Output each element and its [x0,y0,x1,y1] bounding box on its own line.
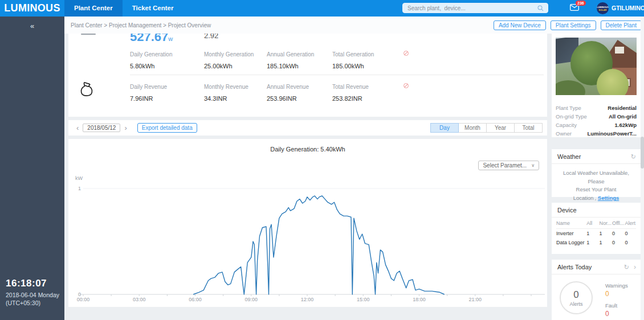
delete-plant-button[interactable]: Delete Plant [601,20,642,30]
range-tab-year[interactable]: Year [486,123,515,133]
generation-disabled-icon[interactable] [403,51,409,56]
money-bag-icon [79,81,95,99]
table-row-inverter[interactable]: Inverter 1 1 0 0 [556,229,636,239]
export-data-button[interactable]: Export detailed data [137,123,197,133]
total-revenue-stat: Total Revenue 253.82INR [332,84,401,102]
warnings-value: 0 [605,290,628,298]
svg-text:09:00: 09:00 [244,297,258,302]
generation-chart-card: Daily Generation: 5.40kWh Select Paramet… [68,139,547,307]
weather-message: Local Weather Unavailable, Please Reset … [552,164,641,208]
annual-generation-stat: Annual Generation 185.10kWh [267,51,335,69]
daily-revenue-stat: Daily Revenue 7.96INR [130,84,198,102]
current-power-unit: w [168,35,173,42]
range-tab-month[interactable]: Month [458,123,487,133]
chevron-right-icon[interactable]: › [634,263,636,271]
username-label: GTILUMINOUS [612,5,644,11]
revenue-disabled-icon[interactable] [403,83,409,88]
warnings-label: Warnings [605,282,628,289]
breadcrumb: Plant Center > Project Management > Proj… [71,22,211,28]
weather-card: Weather ↻ Local Weather Unavailable, Ple… [552,149,641,197]
alerts-today-card: Alerts Today ↻ › 0 Alerts Warnings 0 Fau… [552,260,641,320]
weather-settings-link[interactable]: Settings [598,195,619,201]
add-new-device-button[interactable]: Add New Device [494,20,546,30]
plant-info-card: Plant Type Residential On-grid Type All … [552,34,641,137]
svg-text:18:00: 18:00 [413,297,426,302]
svg-text:03:00: 03:00 [133,297,146,302]
alerts-count-label: Alerts [561,301,592,307]
annual-revenue-stat: Annual Revenue 253.96INR [267,84,335,102]
monthly-generation-stat: Monthly Generation 25.00kWh [204,51,272,69]
top-navigation-bar: LUMINOUS Plant Center Ticket Center 236 … [0,0,644,17]
select-parameter-dropdown[interactable]: Select Paramet... ∨ [478,161,539,170]
luminous-logo: LUMINOUS [0,2,64,14]
chart-toolbar: ‹ 2018/05/12 › Export detailed data Day … [68,120,547,136]
search-box [402,3,548,13]
breadcrumb-bar: Plant Center > Project Management > Proj… [64,17,644,34]
plant-stats-card: 527.67w 2.92 Daily Generation 5.80kWh Mo… [68,34,547,117]
svg-text:1: 1 [78,186,81,191]
svg-text:0: 0 [78,292,81,297]
notification-badge: 236 [576,1,586,6]
daily-generation-stat: Daily Generation 5.80kWh [130,51,198,69]
avatar[interactable]: LUMINOUS SOLAR [597,2,609,14]
device-table: Name All Nor... Offl... Alert Inverter 1… [556,218,636,247]
clock-date: 2018-06-04 Monday [6,292,59,298]
secondary-stat-value: 2.92 [204,34,218,40]
total-generation-stat: Total Generation 185.00kWh [332,51,401,69]
alerts-count: 0 [561,289,592,301]
current-power-value: 527.67w [130,34,173,44]
chevron-down-icon: ∨ [531,163,535,168]
device-card: Device Name All Nor... Offl... Alert Inv… [552,203,641,254]
search-input[interactable] [403,5,537,11]
table-row-data-logger[interactable]: Data Logger 1 1 0 0 [556,238,636,247]
fault-label: Fault [605,302,628,309]
page-scrollbar[interactable] [641,17,644,320]
left-sidebar: « 16:18:07 2018-06-04 Monday (UTC+05:30) [0,17,64,320]
capacity-row: Capacity 1.62kWp [556,121,637,129]
messages-button[interactable]: 236 [570,4,580,12]
sidebar-clock: 16:18:07 2018-06-04 Monday (UTC+05:30) [6,278,59,306]
svg-text:15:00: 15:00 [357,297,370,302]
search-icon[interactable] [537,5,544,11]
plant-settings-button[interactable]: Plant Settings [551,20,596,30]
svg-text:00:00: 00:00 [77,297,90,302]
alerts-header: Alerts Today ↻ › [552,260,641,274]
plant-photo [556,38,637,95]
clock-time: 16:18:07 [6,278,59,289]
fault-value: 0 [605,310,628,318]
range-tab-day[interactable]: Day [430,123,459,133]
range-tab-total[interactable]: Total [514,123,543,133]
clipped-icon-fragment [81,34,96,35]
svg-text:06:00: 06:00 [189,297,202,302]
tab-plant-center[interactable]: Plant Center [64,0,123,17]
owner-row: Owner LuminousPowerT... [556,129,637,138]
svg-text:kW: kW [75,175,83,181]
main-content: 527.67w 2.92 Daily Generation 5.80kWh Mo… [68,34,547,307]
divider [130,75,544,75]
svg-text:12:00: 12:00 [301,297,314,302]
range-segmented-control: Day Month Year Total [431,123,543,133]
plant-type-row: Plant Type Residential [556,104,637,112]
dormer-shape [615,47,624,54]
tab-ticket-center[interactable]: Ticket Center [123,0,184,17]
refresh-icon[interactable]: ↻ [631,149,636,164]
date-picker[interactable]: 2018/05/12 [83,124,120,132]
device-header: Device [552,203,641,218]
scrollbar-thumb[interactable] [641,137,644,169]
refresh-icon[interactable]: ↻ [624,264,629,270]
monthly-revenue-stat: Monthly Revenue 34.3INR [204,84,272,102]
daily-generation-line-chart[interactable]: 00:0003:0006:0009:0012:0015:0018:0021:00… [73,175,546,303]
next-day-button[interactable]: › [122,124,129,132]
user-menu[interactable]: GTILUMINOUS▾ [612,5,644,11]
svg-text:21:00: 21:00 [468,297,482,302]
alerts-count-ring: 0 Alerts [560,281,593,314]
clock-timezone: (UTC+05:30) [6,300,59,306]
ongrid-type-row: On-grid Type All On-grid [556,112,637,121]
weather-header: Weather ↻ [552,149,641,164]
right-panel: Plant Type Residential On-grid Type All … [552,34,641,320]
chart-title: Daily Generation: 5.40kWh [68,139,547,153]
prev-day-button[interactable]: ‹ [74,124,81,132]
sidebar-collapse-button[interactable]: « [0,22,64,30]
